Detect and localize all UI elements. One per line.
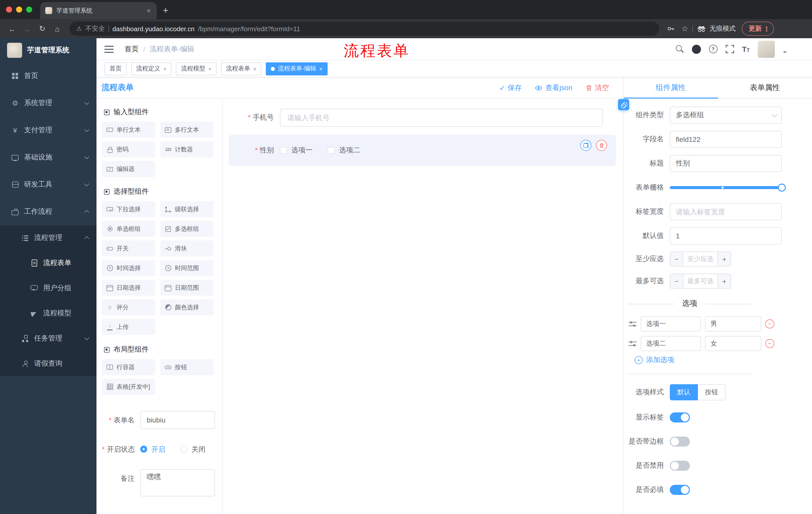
border-toggle[interactable] [670, 437, 690, 447]
disabled-toggle[interactable] [670, 461, 690, 471]
maximize-window-button[interactable] [26, 6, 32, 12]
sidebar-item-process-form[interactable]: 流程表单 [0, 250, 96, 276]
tag-close-icon[interactable]: × [163, 65, 167, 72]
component-rate[interactable]: ☆评分 [102, 299, 155, 315]
clear-button[interactable]: 清空 [585, 83, 609, 92]
tag-close-icon[interactable]: × [253, 65, 257, 72]
copy-item-button[interactable] [580, 140, 591, 151]
component-slider[interactable]: 滑块 [160, 240, 213, 256]
tab-close-icon[interactable]: × [146, 6, 152, 15]
canvas-item-gender[interactable]: *性别 选项一 选项二 [229, 135, 616, 166]
tab-component-props[interactable]: 组件属性 [624, 77, 718, 98]
option-1-label-input[interactable] [641, 316, 701, 331]
github-icon[interactable] [692, 45, 701, 54]
required-toggle[interactable] [670, 485, 690, 495]
sidebar-item-home[interactable]: 首页 [0, 62, 96, 89]
tag-process-definition[interactable]: 流程定义× [131, 62, 172, 75]
tag-process-form[interactable]: 流程表单× [221, 62, 262, 75]
component-time-picker[interactable]: 时间选择 [102, 260, 155, 276]
stepper-plus-button[interactable]: + [718, 274, 731, 288]
component-time-range[interactable]: 时间范围 [160, 260, 213, 276]
sidebar-item-payment-management[interactable]: ¥支付管理 [0, 117, 96, 144]
tag-process-form-edit[interactable]: 流程表单-编辑× [266, 62, 328, 75]
bookmark-star-icon[interactable]: ☆ [678, 22, 691, 35]
browser-update-button[interactable]: 更新 ⋮ [742, 22, 774, 36]
sidebar-toggle-icon[interactable] [105, 46, 114, 53]
option-2-label-input[interactable] [641, 336, 701, 351]
browser-tab[interactable]: 芋道管理系统 × [40, 2, 157, 19]
back-button[interactable]: ← [5, 22, 19, 36]
remove-option-button[interactable]: − [765, 319, 774, 328]
help-icon[interactable]: ? [709, 45, 717, 53]
component-color-picker[interactable]: 颜色选择 [160, 299, 213, 315]
slider-track[interactable] [670, 186, 782, 189]
tab-form-props[interactable]: 表单属性 [718, 77, 812, 98]
sidebar-item-process-model[interactable]: 流程模型 [0, 301, 96, 326]
component-counter[interactable]: 123计数器 [160, 141, 213, 157]
min-select-value[interactable]: 至少应选 [684, 252, 718, 266]
component-switch[interactable]: 开关 [102, 240, 155, 256]
component-button[interactable]: 按钮 [160, 359, 213, 375]
component-editor[interactable]: 编辑器 [102, 161, 155, 177]
form-remark-input[interactable]: 嘿嘿 [140, 469, 215, 496]
stepper-minus-button[interactable]: − [670, 252, 684, 266]
component-password[interactable]: 密码 [102, 141, 155, 157]
checkbox-option-2[interactable]: 选项二 [328, 146, 360, 155]
component-date-range[interactable]: 日期范围 [160, 280, 213, 296]
component-checkbox-group[interactable]: 多选框组 [160, 221, 213, 237]
drag-handle-icon[interactable] [629, 321, 637, 327]
component-row-container[interactable]: 行容器 [102, 359, 155, 375]
font-size-icon[interactable]: TT [742, 45, 750, 53]
form-canvas[interactable]: *手机号 *性别 选项一 选项二 [223, 99, 623, 514]
component-cascader[interactable]: 级联选择 [160, 201, 213, 217]
close-window-button[interactable] [6, 6, 12, 12]
avatar[interactable] [758, 40, 775, 58]
tag-close-icon[interactable]: × [208, 65, 211, 72]
browser-home-button[interactable]: ⌂ [50, 22, 64, 36]
forward-button[interactable]: → [20, 22, 34, 36]
browser-menu-icon[interactable]: ⋮ [763, 25, 770, 32]
component-type-select[interactable]: 多选框组 [670, 107, 782, 124]
url-bar[interactable]: ⚠ 不安全 dashboard.yudao.iocoder.cn/bpm/man… [69, 22, 659, 36]
delete-item-button[interactable] [596, 140, 607, 151]
sidebar-item-system-management[interactable]: ⚙系统管理 [0, 89, 96, 117]
stepper-minus-button[interactable]: − [670, 274, 684, 288]
phone-input[interactable] [280, 109, 603, 127]
radio-closed[interactable]: 关闭 [180, 440, 205, 458]
fullscreen-icon[interactable] [725, 45, 734, 53]
tag-process-model[interactable]: 流程模型× [176, 62, 216, 75]
sidebar-item-workflow[interactable]: 工作流程 [0, 198, 96, 225]
drag-handle-icon[interactable] [629, 341, 637, 347]
component-upload[interactable]: ↑上传 [102, 319, 155, 335]
sidebar-item-task-management[interactable]: 任务管理 [0, 326, 96, 351]
component-date-picker[interactable]: 日期选择 [102, 280, 155, 296]
checkbox-option-1[interactable]: 选项一 [280, 146, 313, 155]
reload-button[interactable]: ↻ [35, 22, 49, 36]
view-json-button[interactable]: 查看json [535, 83, 572, 92]
password-key-icon[interactable] [664, 22, 677, 35]
breadcrumb-home[interactable]: 首页 [125, 45, 139, 54]
sidebar-item-dev-tools[interactable]: 研发工具 [0, 171, 96, 198]
style-button-button[interactable]: 按钮 [698, 384, 726, 400]
minimize-window-button[interactable] [16, 6, 22, 12]
component-multi-line-text[interactable]: 多行文本 [160, 122, 213, 138]
form-name-input[interactable] [140, 411, 215, 429]
link-badge[interactable] [618, 99, 629, 110]
sidebar-item-leave-query[interactable]: 请假查询 [0, 351, 96, 376]
grid-slider[interactable] [670, 179, 782, 196]
slider-handle[interactable] [778, 184, 786, 192]
show-label-toggle[interactable] [670, 412, 690, 423]
radio-open[interactable]: 开启 [140, 440, 165, 458]
remove-option-button[interactable]: − [765, 339, 774, 348]
tag-close-icon[interactable]: × [319, 65, 323, 72]
new-tab-button[interactable]: + [163, 5, 168, 15]
option-2-value-input[interactable] [705, 336, 761, 351]
title-input[interactable] [670, 155, 782, 172]
add-option-button[interactable]: + 添加选项 [635, 356, 782, 364]
stepper-plus-button[interactable]: + [718, 252, 731, 266]
component-single-line-text[interactable]: 单行文本 [102, 122, 155, 138]
sidebar-item-infrastructure[interactable]: 基础设施 [0, 144, 96, 171]
canvas-item-phone[interactable]: *手机号 [229, 104, 616, 132]
style-default-button[interactable]: 默认 [670, 384, 698, 400]
sidebar-item-user-groups[interactable]: 用户分组 [0, 276, 96, 301]
